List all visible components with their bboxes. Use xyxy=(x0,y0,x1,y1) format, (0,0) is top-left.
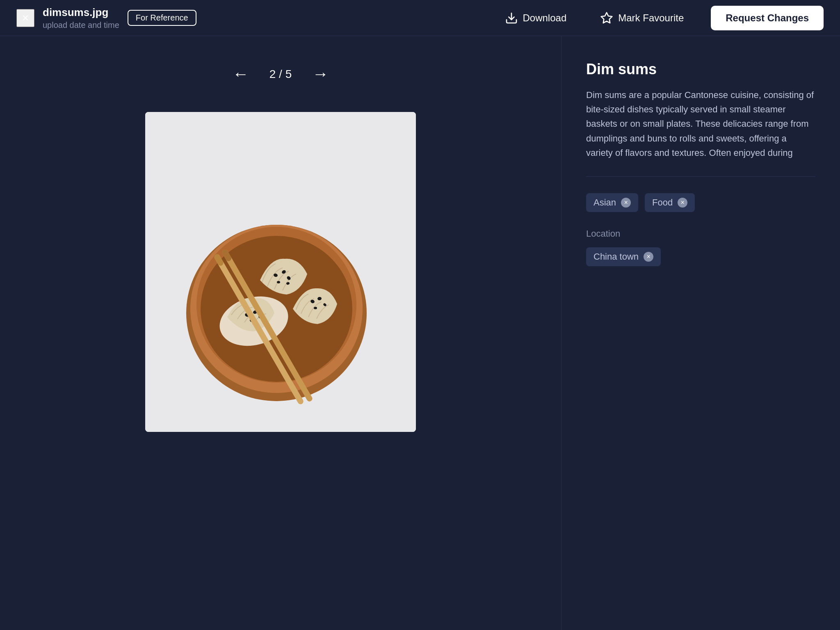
tag-chinatown[interactable]: China town × xyxy=(586,247,661,266)
header: × dimsums.jpg upload date and time For R… xyxy=(0,0,840,36)
right-panel: Dim sums Dim sums are a popular Cantones… xyxy=(561,36,840,630)
image-viewer: ← 2 / 5 → xyxy=(0,36,561,630)
next-arrow-button[interactable]: → xyxy=(308,61,333,87)
nav-controls: ← 2 / 5 → xyxy=(228,61,333,87)
tag-asian-label: Asian xyxy=(593,197,616,208)
location-label: Location xyxy=(586,228,815,239)
download-icon xyxy=(505,11,518,25)
for-reference-badge[interactable]: For Reference xyxy=(128,10,196,26)
tag-chinatown-remove[interactable]: × xyxy=(644,252,653,262)
file-info: dimsums.jpg upload date and time xyxy=(43,6,119,30)
header-actions: Download Mark Favourite Request Changes xyxy=(498,6,824,30)
request-changes-button[interactable]: Request Changes xyxy=(711,6,824,30)
close-button[interactable]: × xyxy=(16,9,34,27)
tag-asian-remove[interactable]: × xyxy=(621,198,631,208)
header-left: × dimsums.jpg upload date and time For R… xyxy=(16,6,498,30)
dim-sum-illustration xyxy=(145,112,416,432)
star-icon xyxy=(600,11,613,25)
tag-chinatown-label: China town xyxy=(593,251,639,262)
prev-arrow-button[interactable]: ← xyxy=(228,61,253,87)
tag-food-label: Food xyxy=(652,197,673,208)
file-meta: upload date and time xyxy=(43,21,119,30)
panel-description: Dim sums are a popular Cantonese cuisine… xyxy=(586,88,815,160)
image-display xyxy=(145,112,416,432)
mark-favourite-button[interactable]: Mark Favourite xyxy=(593,7,690,29)
file-name: dimsums.jpg xyxy=(43,6,119,19)
tag-asian[interactable]: Asian × xyxy=(586,193,638,212)
tag-food-remove[interactable]: × xyxy=(678,198,687,208)
tags-section: Asian × Food × xyxy=(586,193,815,212)
panel-title: Dim sums xyxy=(586,61,815,78)
svg-marker-1 xyxy=(601,12,612,23)
page-indicator: 2 / 5 xyxy=(269,68,292,81)
main-content: ← 2 / 5 → xyxy=(0,36,840,630)
tag-food[interactable]: Food × xyxy=(645,193,695,212)
svg-point-15 xyxy=(277,281,280,283)
svg-point-20 xyxy=(314,307,317,309)
location-tags: China town × xyxy=(586,247,815,266)
download-button[interactable]: Download xyxy=(498,7,573,29)
divider xyxy=(586,176,815,177)
